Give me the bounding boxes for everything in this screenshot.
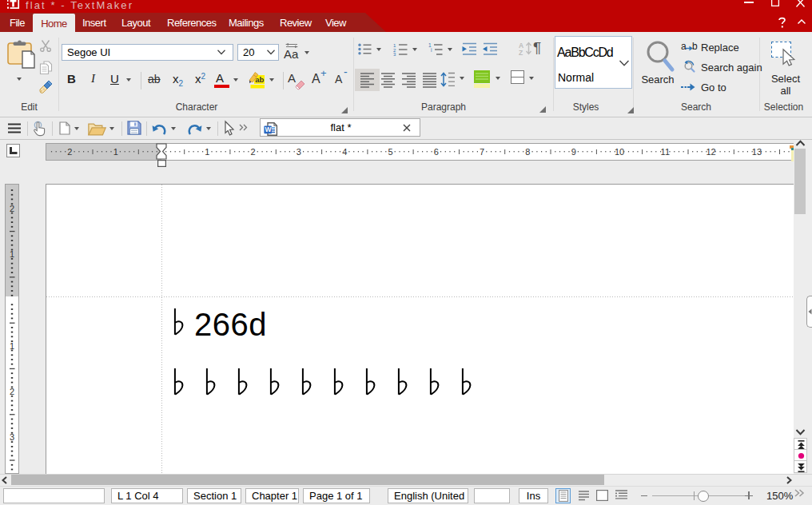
svg-text:8: 8 <box>525 147 530 157</box>
svg-text:2: 2 <box>251 147 256 157</box>
svg-text:2: 2 <box>67 147 72 157</box>
svg-text:1: 1 <box>113 147 118 157</box>
svg-text:1: 1 <box>10 249 14 259</box>
svg-text:4: 4 <box>342 147 347 157</box>
svg-text:i: i <box>431 47 432 53</box>
svg-text:5: 5 <box>388 147 392 157</box>
svg-text:2: 2 <box>10 204 14 213</box>
svg-text:11: 11 <box>661 147 670 157</box>
svg-text:3: 3 <box>297 147 301 157</box>
svg-text:3: 3 <box>10 432 14 442</box>
svg-text:Z: Z <box>519 49 523 57</box>
svg-text:6: 6 <box>434 147 439 157</box>
svg-text:1: 1 <box>205 147 209 157</box>
svg-text:3: 3 <box>393 52 396 57</box>
svg-text:10: 10 <box>615 147 624 157</box>
svg-text:2: 2 <box>10 387 14 396</box>
svg-text:1: 1 <box>10 341 14 351</box>
svg-text:12: 12 <box>706 147 715 157</box>
svg-text:9: 9 <box>571 147 576 157</box>
svg-text:13: 13 <box>752 147 762 157</box>
svg-text:7: 7 <box>480 147 484 157</box>
